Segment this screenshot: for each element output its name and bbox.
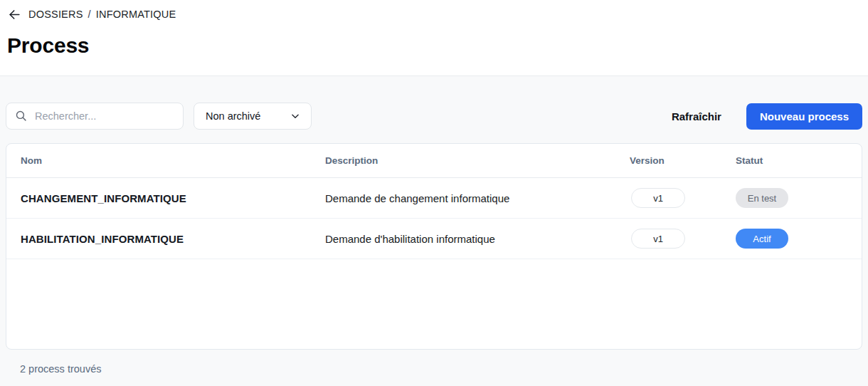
table-body: CHANGEMENT_INFORMATIQUEDemande de change…	[6, 178, 862, 259]
table-row[interactable]: CHANGEMENT_INFORMATIQUEDemande de change…	[6, 178, 862, 219]
status-badge: En test	[736, 188, 788, 208]
status-badge: Actif	[736, 229, 788, 249]
process-table: Nom Description Version Statut CHANGEMEN…	[6, 143, 862, 350]
search-box	[6, 103, 184, 130]
process-name: CHANGEMENT_INFORMATIQUE	[21, 192, 325, 204]
process-name: HABILITATION_INFORMATIQUE	[21, 233, 325, 245]
search-input[interactable]	[6, 103, 184, 130]
page-header: DOSSIERS / INFORMATIQUE Process	[0, 0, 868, 76]
new-process-button[interactable]: Nouveau process	[746, 103, 862, 130]
arrow-left-icon	[8, 8, 21, 21]
version-badge: v1	[631, 188, 685, 208]
content-area: Non archivé Rafraîchir Nouveau process N…	[0, 76, 868, 386]
process-description: Demande de changement informatique	[325, 192, 630, 204]
column-header-statut: Statut	[736, 155, 847, 166]
table-header-row: Nom Description Version Statut	[6, 144, 862, 178]
result-count: 2 process trouvés	[6, 363, 862, 375]
column-header-nom: Nom	[21, 155, 325, 166]
toolbar: Non archivé Rafraîchir Nouveau process	[6, 103, 862, 130]
chevron-down-icon	[290, 111, 300, 121]
version-badge: v1	[631, 229, 685, 249]
page-title: Process	[7, 33, 861, 58]
breadcrumb-item-informatique[interactable]: INFORMATIQUE	[96, 9, 176, 20]
column-header-version: Version	[630, 155, 736, 166]
toolbar-right: Rafraîchir Nouveau process	[672, 103, 862, 130]
process-description: Demande d'habilitation informatique	[325, 233, 630, 245]
archive-filter-value: Non archivé	[206, 110, 260, 122]
refresh-button[interactable]: Rafraîchir	[672, 110, 721, 122]
column-header-description: Description	[325, 155, 630, 166]
table-row[interactable]: HABILITATION_INFORMATIQUEDemande d'habil…	[6, 219, 862, 259]
breadcrumb: DOSSIERS / INFORMATIQUE	[7, 7, 861, 21]
archive-filter-select[interactable]: Non archivé	[194, 103, 312, 130]
back-button[interactable]	[7, 7, 21, 21]
breadcrumb-separator: /	[88, 9, 91, 20]
breadcrumb-item-dossiers[interactable]: DOSSIERS	[28, 9, 83, 20]
